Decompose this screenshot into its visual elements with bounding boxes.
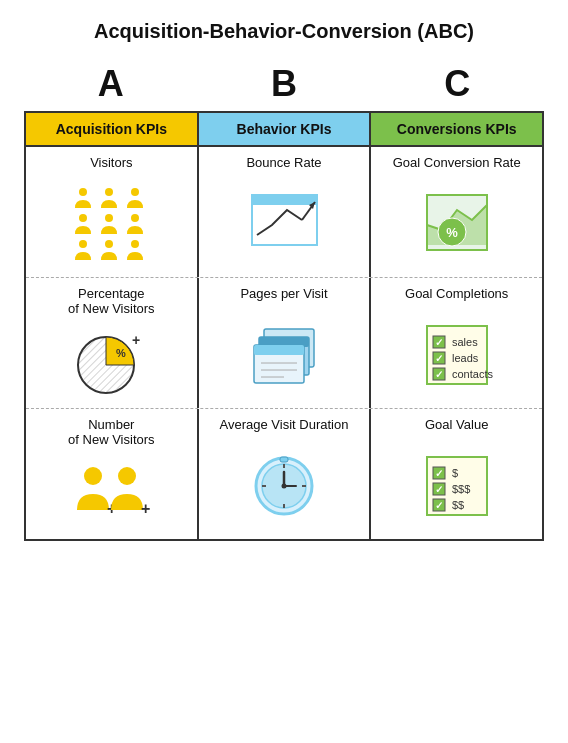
cell-number-new-visitors: Number of New Visitors + + <box>26 409 199 539</box>
header-behavior: Behavior KPIs <box>199 113 372 145</box>
pages-svg <box>249 321 319 386</box>
icon-bounce-rate <box>247 176 322 269</box>
cell-percentage-new-visitors: Percentage of New Visitors % <box>26 278 199 408</box>
svg-text:sales: sales <box>452 336 478 348</box>
svg-point-39 <box>84 467 102 485</box>
col-a-letter: A <box>24 63 197 105</box>
svg-rect-10 <box>252 195 317 205</box>
svg-text:✓: ✓ <box>435 468 443 479</box>
svg-rect-52 <box>280 457 288 462</box>
label-goal-value: Goal Value <box>425 417 488 432</box>
label-percentage-new-visitors: Percentage of New Visitors <box>68 286 154 316</box>
person-icon-9 <box>126 238 144 260</box>
icon-goal-conversion-rate: % <box>422 176 492 269</box>
person-icon-5 <box>100 212 118 234</box>
icon-number-new-visitors: + + <box>71 453 151 531</box>
page-title: Acquisition-Behavior-Conversion (ABC) <box>94 20 474 43</box>
goal-value-svg: ✓ $ ✓ $$$ ✓ $$ <box>417 452 497 517</box>
col-b-letter: B <box>197 63 370 105</box>
svg-point-1 <box>105 188 113 196</box>
svg-text:✓: ✓ <box>435 500 443 511</box>
cell-bounce-rate: Bounce Rate <box>199 147 372 277</box>
svg-point-6 <box>79 240 87 248</box>
svg-text:contacts: contacts <box>452 368 493 380</box>
data-row-3: Number of New Visitors + + Av <box>26 409 542 539</box>
svg-text:%: % <box>116 347 126 359</box>
label-bounce-rate: Bounce Rate <box>246 155 321 170</box>
svg-point-51 <box>281 484 286 489</box>
bounce-chart-svg <box>247 190 322 255</box>
person-icon-4 <box>74 212 92 234</box>
svg-point-41 <box>118 467 136 485</box>
person-icon-6 <box>126 212 144 234</box>
icon-pages-per-visit <box>249 307 319 400</box>
abc-grid: Acquisition KPIs Behavior KPIs Conversio… <box>24 111 544 541</box>
svg-text:✓: ✓ <box>435 369 443 380</box>
checklist-svg: ✓ sales ✓ leads ✓ contacts <box>417 321 497 386</box>
svg-text:leads: leads <box>452 352 479 364</box>
person-icon-1 <box>74 186 92 208</box>
svg-text:$$: $$ <box>452 499 464 511</box>
label-visitors: Visitors <box>90 155 132 170</box>
person-icon-8 <box>100 238 118 260</box>
cell-goal-value: Goal Value ✓ $ ✓ $$$ ✓ <box>371 409 542 539</box>
svg-point-3 <box>79 214 87 222</box>
header-row: Acquisition KPIs Behavior KPIs Conversio… <box>26 113 542 147</box>
person-icon-2 <box>100 186 118 208</box>
svg-text:%: % <box>446 225 458 240</box>
svg-point-4 <box>105 214 113 222</box>
col-c-letter: C <box>371 63 544 105</box>
label-average-visit-duration: Average Visit Duration <box>220 417 349 432</box>
svg-text:✓: ✓ <box>435 484 443 495</box>
icon-average-visit-duration <box>252 438 317 531</box>
header-conversions: Conversions KPIs <box>371 113 542 145</box>
cell-visitors: Visitors <box>26 147 199 277</box>
label-goal-completions: Goal Completions <box>405 286 508 301</box>
icon-goal-value: ✓ $ ✓ $$$ ✓ $$ <box>417 438 497 531</box>
new-visitors-svg: + + <box>71 462 151 522</box>
cell-goal-conversion-rate: Goal Conversion Rate % <box>371 147 542 277</box>
person-icon-7 <box>74 238 92 260</box>
data-row-1: Visitors Bounce Rate <box>26 147 542 278</box>
svg-text:✓: ✓ <box>435 337 443 348</box>
label-goal-conversion-rate: Goal Conversion Rate <box>393 155 521 170</box>
pie-chart-svg: % + <box>74 325 149 397</box>
header-acquisition: Acquisition KPIs <box>26 113 199 145</box>
data-row-2: Percentage of New Visitors % <box>26 278 542 409</box>
svg-point-7 <box>105 240 113 248</box>
cell-pages-per-visit: Pages per Visit <box>199 278 372 408</box>
svg-text:✓: ✓ <box>435 353 443 364</box>
svg-point-0 <box>79 188 87 196</box>
icon-visitors <box>74 176 148 269</box>
column-headers: A B C <box>24 63 544 105</box>
icon-percentage-new-visitors: % + <box>74 322 149 400</box>
person-icon-3 <box>126 186 144 208</box>
svg-text:+: + <box>141 500 150 517</box>
svg-point-8 <box>131 240 139 248</box>
label-number-new-visitors: Number of New Visitors <box>68 417 154 447</box>
svg-point-2 <box>131 188 139 196</box>
svg-text:$: $ <box>452 467 458 479</box>
svg-rect-25 <box>254 345 304 355</box>
svg-text:+: + <box>132 332 140 348</box>
cell-goal-completions: Goal Completions ✓ sales ✓ leads <box>371 278 542 408</box>
conversion-chart-svg: % <box>422 190 492 255</box>
clock-svg <box>252 452 317 517</box>
icon-goal-completions: ✓ sales ✓ leads ✓ contacts <box>417 307 497 400</box>
svg-text:$$$: $$$ <box>452 483 470 495</box>
svg-point-5 <box>131 214 139 222</box>
cell-average-visit-duration: Average Visit Duration <box>199 409 372 539</box>
label-pages-per-visit: Pages per Visit <box>240 286 327 301</box>
